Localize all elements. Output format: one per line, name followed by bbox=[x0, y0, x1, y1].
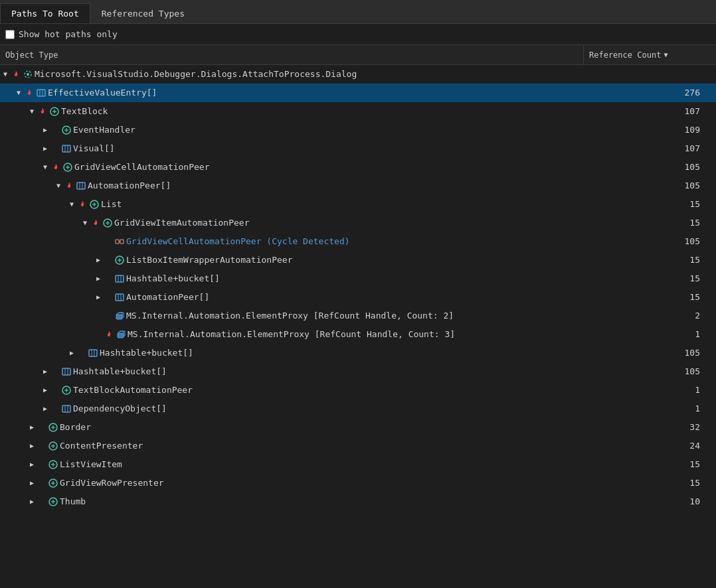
tree-row[interactable]: MS.Internal.Automation.ElementProxy [Ref… bbox=[0, 325, 716, 344]
tree-row[interactable]: ▼ AutomationPeer[]105 bbox=[0, 177, 716, 195]
tree-row[interactable]: ▶ ContentPresenter24 bbox=[0, 437, 716, 455]
row-label: AutomationPeer[] bbox=[126, 292, 209, 302]
row-label: MS.Internal.Automation.ElementProxy [Ref… bbox=[126, 311, 454, 321]
array-icon bbox=[61, 366, 72, 377]
tree-row[interactable]: ▼ EffectiveValueEntry[]276 bbox=[0, 84, 716, 102]
flame-icon bbox=[37, 106, 48, 117]
class-icon bbox=[102, 218, 113, 228]
tab-bar: Paths To Root Referenced Types bbox=[0, 0, 716, 24]
cube-icon bbox=[116, 329, 126, 340]
row-label: AutomationPeer[] bbox=[88, 181, 171, 190]
class-icon bbox=[89, 199, 100, 210]
expand-button[interactable]: ▶ bbox=[93, 255, 104, 265]
row-label: GridViewItemAutomationPeer bbox=[114, 218, 250, 228]
tree-row[interactable]: ▼ Microsoft.VisualStudio.Debugger.Dialog… bbox=[0, 65, 716, 84]
column-header-row: Object Type Reference Count ▼ bbox=[0, 45, 716, 65]
row-label: GridViewCellAutomationPeer (Cycle Detect… bbox=[126, 236, 350, 246]
row-label: ContentPresenter bbox=[60, 441, 143, 451]
tree-row[interactable]: ▶ Visual[]107 bbox=[0, 139, 716, 158]
tree-row[interactable]: ▶ Hashtable+bucket[]105 bbox=[0, 344, 716, 362]
tab-paths-to-root[interactable]: Paths To Root bbox=[0, 3, 90, 23]
collapse-button[interactable]: ▼ bbox=[40, 162, 50, 173]
tree-row[interactable]: ▼ GridViewItemAutomationPeer15 bbox=[0, 214, 716, 232]
expand-button[interactable]: ▶ bbox=[40, 125, 50, 135]
row-label: Thumb bbox=[60, 496, 86, 506]
no-flame-placeholder bbox=[37, 459, 46, 470]
row-content: ▶ ListBoxItemWrapperAutomationPeer bbox=[0, 255, 583, 265]
tree-row[interactable]: ▶ AutomationPeer[]15 bbox=[0, 288, 716, 307]
expand-button[interactable]: ▶ bbox=[27, 496, 37, 507]
tree-row[interactable]: ▶ DependencyObject[]1 bbox=[0, 400, 716, 418]
array-icon bbox=[114, 292, 125, 303]
tab-referenced-types[interactable]: Referenced Types bbox=[90, 3, 196, 23]
expand-button[interactable]: ▶ bbox=[27, 459, 37, 470]
row-label: Border bbox=[60, 422, 91, 432]
collapse-button[interactable]: ▼ bbox=[53, 181, 64, 191]
row-label: EffectiveValueEntry[] bbox=[48, 88, 157, 98]
sort-arrow-icon: ▼ bbox=[664, 51, 668, 58]
svg-point-1 bbox=[27, 73, 29, 76]
tree-row[interactable]: MS.Internal.Automation.ElementProxy [Ref… bbox=[0, 307, 716, 325]
row-label: Visual[] bbox=[73, 143, 115, 153]
svg-rect-17 bbox=[77, 183, 85, 189]
collapse-button[interactable]: ▼ bbox=[80, 218, 90, 228]
svg-rect-46 bbox=[89, 350, 97, 356]
row-content: ▼ EffectiveValueEntry[] bbox=[0, 88, 583, 98]
svg-rect-35 bbox=[116, 294, 124, 301]
expand-button[interactable]: ▶ bbox=[40, 366, 50, 377]
hot-paths-input[interactable] bbox=[5, 30, 15, 39]
tree-row[interactable]: ▼ TextBlock107 bbox=[0, 102, 716, 121]
svg-rect-11 bbox=[62, 145, 70, 152]
expand-button[interactable]: ▶ bbox=[66, 348, 77, 358]
row-label: Hashtable+bucket[] bbox=[73, 366, 167, 376]
no-flame-placeholder bbox=[50, 125, 60, 135]
expand-button[interactable]: ▶ bbox=[93, 292, 104, 303]
no-flame-placeholder bbox=[77, 348, 86, 358]
expand-button[interactable]: ▶ bbox=[40, 385, 50, 396]
expand-button[interactable]: ▶ bbox=[40, 404, 50, 414]
collapse-button[interactable]: ▼ bbox=[0, 69, 11, 80]
collapse-button[interactable]: ▼ bbox=[66, 199, 77, 210]
expand-button[interactable]: ▶ bbox=[40, 143, 50, 154]
tree-row[interactable]: ▶ TextBlockAutomationPeer1 bbox=[0, 381, 716, 400]
row-content: ▶ EventHandler bbox=[0, 125, 583, 135]
tree-row[interactable]: ▶ Hashtable+bucket[]105 bbox=[0, 362, 716, 381]
expand-button[interactable]: ▶ bbox=[27, 441, 37, 451]
expand-button[interactable]: ▶ bbox=[93, 273, 104, 284]
tree-row[interactable]: ▶ Border32 bbox=[0, 418, 716, 437]
tree-row[interactable]: ▶ ListViewItem15 bbox=[0, 455, 716, 474]
row-count: 109 bbox=[583, 125, 716, 135]
no-flame-placeholder bbox=[37, 496, 46, 507]
row-count: 24 bbox=[583, 441, 716, 451]
tree-row[interactable]: ▶ GridViewRowPresenter15 bbox=[0, 474, 716, 492]
tree-row[interactable]: ▶ Thumb10 bbox=[0, 492, 716, 511]
row-content: ▼ List bbox=[0, 199, 583, 210]
svg-rect-27 bbox=[120, 240, 124, 244]
class-icon bbox=[48, 478, 58, 488]
collapse-button[interactable]: ▼ bbox=[13, 88, 24, 98]
expand-button[interactable]: ▶ bbox=[27, 422, 37, 433]
tree-row[interactable]: ▼ List15 bbox=[0, 195, 716, 214]
expand-button[interactable]: ▶ bbox=[27, 478, 37, 488]
tree-row[interactable]: ▶ ListBoxItemWrapperAutomationPeer15 bbox=[0, 251, 716, 269]
row-count: 15 bbox=[583, 273, 716, 283]
col-reference-count[interactable]: Reference Count ▼ bbox=[583, 45, 716, 64]
no-flame-placeholder bbox=[37, 422, 46, 433]
show-hot-paths-checkbox[interactable]: Show hot paths only bbox=[5, 29, 118, 39]
tree-row[interactable]: ▼ GridViewCellAutomationPeer105 bbox=[0, 158, 716, 177]
tree-row[interactable]: ▶ Hashtable+bucket[]15 bbox=[0, 269, 716, 288]
row-content: ▶ AutomationPeer[] bbox=[0, 292, 583, 303]
svg-rect-26 bbox=[116, 240, 119, 244]
row-label: ListBoxItemWrapperAutomationPeer bbox=[126, 255, 292, 265]
row-content: ▼ AutomationPeer[] bbox=[0, 181, 583, 191]
no-flame-placeholder bbox=[104, 255, 113, 265]
no-flame-placeholder bbox=[104, 273, 113, 284]
svg-rect-2 bbox=[37, 90, 45, 96]
row-label: GridViewRowPresenter bbox=[60, 478, 164, 488]
collapse-button[interactable]: ▼ bbox=[27, 106, 37, 117]
row-content: ▶ Thumb bbox=[0, 496, 583, 507]
row-content: MS.Internal.Automation.ElementProxy [Ref… bbox=[0, 329, 583, 340]
tree-row[interactable]: GridViewCellAutomationPeer (Cycle Detect… bbox=[0, 232, 716, 251]
tree-row[interactable]: ▶ EventHandler109 bbox=[0, 121, 716, 139]
row-count: 15 bbox=[583, 292, 716, 302]
